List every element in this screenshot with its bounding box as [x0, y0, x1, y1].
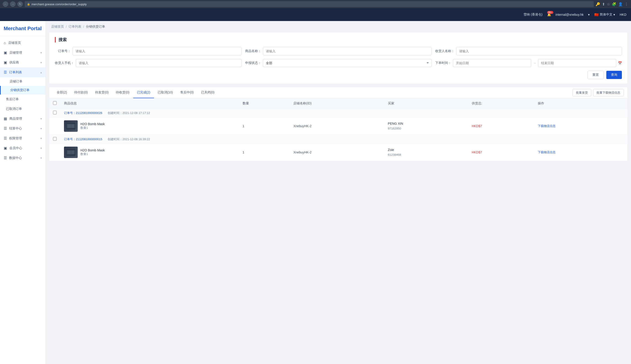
order-2-buyer-name: Zoie [388, 147, 464, 152]
currency-label[interactable]: HKD [619, 13, 626, 16]
date-label: 下单时间： [435, 61, 451, 65]
order-2-product-info: H2O Bomb Mask 数量1 [64, 146, 235, 158]
product-name-input[interactable] [263, 47, 432, 55]
bulk-download-button[interactable]: 批量下载物流信息 [593, 89, 624, 96]
tab-cancelled[interactable]: 已取消(10) [154, 87, 177, 98]
date-start-input[interactable] [453, 59, 531, 67]
date-end-input[interactable] [538, 59, 616, 67]
order-2-download-link[interactable]: 下载物流信息 [538, 150, 556, 154]
star-icon[interactable]: ☆ [607, 2, 610, 6]
order-1-quantity: 1 [239, 118, 290, 135]
order-1-download-link[interactable]: 下载物流信息 [538, 124, 556, 128]
tab-closed[interactable]: 已关闭(0) [197, 87, 218, 98]
order-1-checkbox[interactable] [53, 111, 57, 114]
tab-after-sales[interactable]: 售后中(0) [177, 87, 197, 98]
order-1-buyer-info: PENG XIN 97162950 [388, 121, 464, 131]
search-button[interactable]: 查询 [606, 71, 622, 79]
sidebar-item-settlement[interactable]: ☰ 结算中心 ▾ [0, 124, 46, 133]
order-2-number-link[interactable]: 订单号：2112081000000015 [64, 138, 102, 141]
table-header-row: 商品信息 数量 店铺名称(ID) 买家 供货总: 操作 [49, 98, 627, 108]
sidebar-item-cancelled[interactable]: 已取消订单 [0, 104, 46, 114]
permissions-arrow: ▾ [41, 137, 42, 140]
sidebar-label-supplier: 供应商 [9, 60, 38, 64]
order-no-field: 订单号： [55, 47, 242, 55]
order-1-price-value: HKD$7 [472, 124, 482, 128]
order-2-quantity: 1 [239, 144, 290, 161]
status-field: 申报状态： 全部 待付款 待发货 待收货 已完成 已取消 售后中 已关闭 [245, 59, 432, 67]
header-quantity: 数量 [239, 98, 290, 108]
table-row: H2O Bomb Mask 数量1 1 XnebuyHK-2 Zoie [49, 144, 627, 161]
order-no-input[interactable] [73, 47, 242, 55]
receiver-name-input[interactable] [456, 47, 622, 55]
menu-icon[interactable]: ⋮ [624, 2, 628, 6]
order-1-header-cell: 订单号：2112081000000026 创建时间：2021-12-08 17:… [60, 108, 627, 118]
search-row-2: 收货人手机： 申报状态： 全部 待付款 待发货 待收货 已完成 已取消 售后中 [55, 59, 622, 67]
order-2-action: 下载物流信息 [534, 144, 627, 161]
sidebar-label-home: 店铺首页 [8, 41, 42, 45]
header-action: 操作 [534, 98, 627, 108]
sidebar-item-permissions[interactable]: ☰ 权限管理 ▾ [0, 133, 46, 143]
order-2-checkbox[interactable] [53, 137, 57, 141]
lang-dropdown-icon: ▾ [613, 13, 615, 16]
tab-completed[interactable]: 已完成(2) [133, 87, 154, 98]
language-selector[interactable]: 🇨🇳 简体中文 ▾ [594, 12, 615, 17]
header-buyer: 买家 [384, 98, 468, 108]
url-bar[interactable]: 🔒 merchant.goease.com/order/order_supply [25, 1, 594, 7]
supplier-arrow: ▾ [41, 61, 42, 64]
order-2-product-qty: 数量1 [81, 152, 105, 156]
sidebar-item-members[interactable]: ▣ 会员中心 ▾ [0, 143, 46, 153]
top-header: 雪纳 (香港仓) 🔔 99+ internal@xnebuy.hk ▾ 🇨🇳 简… [0, 8, 631, 21]
order-2-time: 创建时间：2021-12-08 16:39:22 [108, 138, 150, 141]
products-icon: ▦ [4, 116, 7, 121]
order-1-buyer: PENG XIN 97162950 [384, 118, 468, 135]
forward-button[interactable]: → [10, 1, 16, 7]
sidebar-menu: ⌂ 店铺首页 ▣ 店铺管理 ▾ ▣ 供应商 ▾ ☰ 订单列表 ▴ [0, 36, 46, 165]
status-select[interactable]: 全部 待付款 待发货 待收货 已完成 已取消 售后中 已关闭 [263, 59, 432, 67]
sidebar-logo[interactable]: Merchant Portal [0, 21, 46, 36]
refresh-button[interactable]: ↻ [17, 1, 23, 7]
order-1-header-row: 订单号：2112081000000026 创建时间：2021-12-08 17:… [49, 108, 627, 118]
select-all-checkbox[interactable] [53, 101, 57, 105]
sidebar-item-home[interactable]: ⌂ 店铺首页 [0, 38, 46, 48]
back-button[interactable]: ← [3, 1, 8, 7]
sidebar-item-data[interactable]: ☰ 数据中心 ▾ [0, 153, 46, 163]
tab-all[interactable]: 全部(2) [53, 87, 71, 98]
sidebar-item-products[interactable]: ▦ 商品管理 ▾ [0, 114, 46, 124]
receiver-phone-input[interactable] [76, 59, 242, 67]
breadcrumb-home[interactable]: 店铺首页 [51, 25, 64, 29]
sidebar-item-store-orders[interactable]: 店铺订单 [0, 77, 46, 86]
tab-pending-receive[interactable]: 待收货(0) [112, 87, 133, 98]
profile-icon[interactable]: 👤 [618, 2, 623, 6]
order-2-buyer: Zoie 61238468 [384, 144, 468, 161]
sidebar-label-members: 会员中心 [9, 146, 38, 150]
orders-arrow: ▴ [41, 71, 42, 74]
order-2-buyer-id: 61238468 [388, 152, 464, 157]
sidebar-item-orders[interactable]: ☰ 订单列表 ▴ [0, 67, 46, 77]
order-1-number-link[interactable]: 订单号：2112081000000026 [64, 111, 102, 115]
table-header: 商品信息 数量 店铺名称(ID) 买家 供货总: 操作 [49, 98, 627, 108]
user-email[interactable]: internal@xnebuy.hk [556, 13, 584, 16]
sidebar-item-supply-orders[interactable]: 分销供货订单 [0, 86, 46, 94]
header-product: 商品信息 [60, 98, 239, 108]
email-dropdown-icon[interactable]: ▾ [588, 13, 590, 16]
data-icon: ☰ [4, 156, 7, 160]
bulk-ship-button[interactable]: 批量发货 [572, 89, 591, 96]
date-field: 下单时间： → 📅 [435, 59, 622, 67]
reset-button[interactable]: 重置 [587, 71, 603, 79]
tab-pending-ship[interactable]: 待发货(0) [91, 87, 112, 98]
tab-pending-pay[interactable]: 待付款(0) [71, 87, 91, 98]
notification-bell[interactable]: 🔔 99+ [547, 13, 551, 16]
breadcrumb-sep-1: / [66, 25, 67, 28]
table-panel: 全部(2) 待付款(0) 待发货(0) 待收货(0) 已完成(2) 已取消(10… [49, 87, 627, 161]
language-label: 简体中文 [600, 12, 612, 17]
tabs-actions: 批量发货 批量下载物流信息 [572, 87, 624, 98]
order-1-product-name: H2O Bomb Mask [81, 122, 105, 126]
sidebar-item-after-sales[interactable]: 售后订单 [0, 94, 46, 104]
breadcrumb-orders[interactable]: 订单列表 [69, 25, 81, 29]
product-name-field: 商品名称： [245, 47, 432, 55]
settlement-arrow: ▾ [41, 127, 42, 130]
sidebar-item-supplier[interactable]: ▣ 供应商 ▾ [0, 58, 46, 67]
sidebar-item-store-mgmt[interactable]: ▣ 店铺管理 ▾ [0, 48, 46, 58]
date-range: → 📅 [453, 59, 622, 67]
members-icon: ▣ [4, 146, 7, 150]
